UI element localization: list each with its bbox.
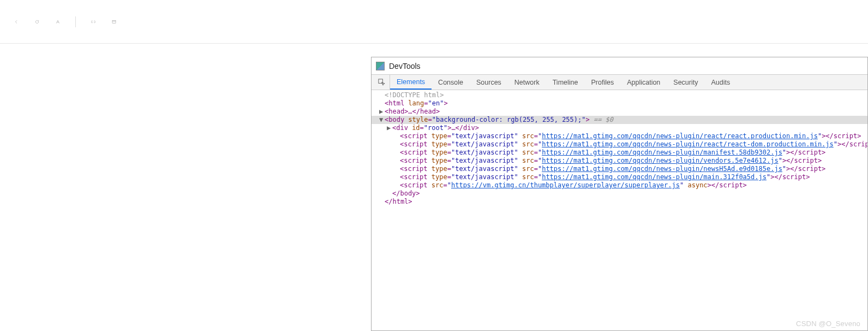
dom-script[interactable]: <script type="text/javascript" src="http… [372, 132, 867, 140]
dom-head[interactable]: ▶<head>…</head> [372, 108, 867, 116]
tab-network[interactable]: Network [508, 75, 546, 90]
dom-doctype[interactable]: <!DOCTYPE html> [372, 91, 867, 99]
dom-body-open[interactable]: ▼<body style="background-color: rgb(255,… [372, 116, 867, 124]
devtools-title: DevTools [389, 62, 421, 70]
back-icon[interactable] [11, 16, 22, 27]
dom-script[interactable]: <script type="text/javascript" src="http… [372, 140, 867, 149]
watermark: CSDN @O_Seveno [796, 320, 860, 328]
tab-security[interactable]: Security [667, 75, 704, 90]
dom-script[interactable]: <script type="text/javascript" src="http… [372, 173, 867, 181]
dom-tree[interactable]: <!DOCTYPE html> <html lang="en"> ▶<head>… [372, 90, 867, 330]
dom-script[interactable]: <script type="text/javascript" src="http… [372, 149, 867, 157]
script-src-link[interactable]: https://mat1.gtimg.com/qqcdn/news-plugin… [542, 132, 818, 140]
tab-audits[interactable]: Audits [704, 75, 737, 90]
script-src-link[interactable]: https://mat1.gtimg.com/qqcdn/news-plugin… [542, 149, 782, 156]
dom-script[interactable]: <script type="text/javascript" src="http… [372, 157, 867, 165]
script-src-link[interactable]: https://mat1.gtimg.com/qqcdn/news-plugin… [542, 173, 767, 181]
script-src-link[interactable]: https://mat1.gtimg.com/qqcdn/news-plugin… [542, 140, 834, 148]
browser-toolbar [0, 0, 868, 44]
dom-div-root[interactable]: ▶<div id="root">…</div> [372, 124, 867, 132]
devtools-window: DevTools Elements Console Sources Networ… [371, 57, 868, 331]
tab-elements[interactable]: Elements [390, 75, 432, 90]
toolbar-divider [75, 16, 76, 27]
refresh-icon[interactable] [32, 16, 43, 27]
panel-icon[interactable] [109, 16, 119, 27]
dom-html-close[interactable]: </html> [372, 198, 867, 206]
tab-console[interactable]: Console [432, 75, 470, 90]
dom-script[interactable]: <script type="text/javascript" src="http… [372, 165, 867, 173]
link-icon[interactable] [88, 16, 99, 27]
tab-sources[interactable]: Sources [470, 75, 508, 90]
font-size-icon[interactable] [52, 16, 63, 27]
devtools-logo-icon [376, 62, 385, 70]
dom-html-open[interactable]: <html lang="en"> [372, 99, 867, 108]
tab-profiles[interactable]: Profiles [584, 75, 620, 90]
devtools-tabbar: Elements Console Sources Network Timelin… [372, 75, 867, 90]
devtools-titlebar: DevTools [372, 57, 867, 75]
dom-script-async[interactable]: <script src="https://vm.gtimg.cn/thumbpl… [372, 181, 867, 190]
script-src-link[interactable]: https://mat1.gtimg.com/qqcdn/news-plugin… [542, 157, 778, 164]
script-src-link[interactable]: https://mat1.gtimg.com/qqcdn/news-plugin… [542, 165, 782, 173]
tab-application[interactable]: Application [620, 75, 667, 90]
inspect-element-icon[interactable] [374, 75, 390, 90]
svg-rect-0 [112, 20, 116, 23]
script-src-link[interactable]: https://vm.gtimg.cn/thumbplayer/superpla… [451, 181, 680, 189]
tab-timeline[interactable]: Timeline [546, 75, 585, 90]
dom-body-close[interactable]: </body> [372, 190, 867, 198]
